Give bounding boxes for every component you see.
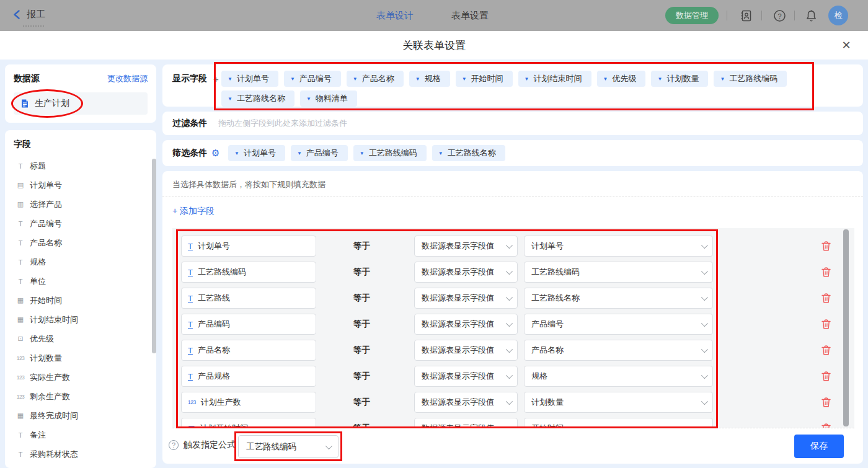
sidebar-scrollbar[interactable] <box>152 159 156 353</box>
rule-value-select[interactable]: 产品名称 <box>524 340 713 361</box>
filter-title: 过滤条件 <box>172 118 207 129</box>
field-type-serial-icon: ▤ <box>14 181 27 189</box>
change-datasource-link[interactable]: 更改数据源 <box>107 73 148 84</box>
delete-row-button[interactable] <box>821 371 832 382</box>
rule-source-select[interactable]: 数据源表显示字段值 <box>414 366 518 387</box>
tab-form-settings[interactable]: 表单设置 <box>451 10 489 22</box>
display-field-chip[interactable]: ▼物料清单 <box>300 91 357 107</box>
save-button[interactable]: 保存 <box>794 435 844 458</box>
sidebar-field-item[interactable]: T备注 <box>14 425 150 444</box>
sidebar-field-item[interactable]: T采购耗材状态 <box>14 444 150 464</box>
rule-field-input[interactable]: 123计划生产数 <box>181 392 316 413</box>
screen-filter-chip[interactable]: ▼工艺路线编码 <box>353 145 427 161</box>
rule-value-select[interactable]: 开始时间 <box>524 418 713 428</box>
sidebar-field-item[interactable]: 123剩余生产数 <box>14 387 150 406</box>
rule-field-input[interactable]: T工艺路线 <box>181 288 316 309</box>
display-field-chip[interactable]: ▼计划单号 <box>221 71 278 87</box>
rule-value-select[interactable]: 工艺路线编码 <box>524 262 713 283</box>
rule-value: 规格 <box>531 371 547 382</box>
display-field-chip[interactable]: ▼计划结束时间 <box>518 71 591 87</box>
sidebar-field-item[interactable]: ⊡优先级 <box>14 329 150 348</box>
tab-form-design[interactable]: 表单设计 <box>376 10 414 22</box>
close-icon[interactable]: ✕ <box>839 38 853 52</box>
rule-value: 工艺路线编码 <box>531 267 580 278</box>
sidebar-field-item[interactable]: ▦最终完成时间 <box>14 406 150 425</box>
sidebar-field-item[interactable]: T标题 <box>14 156 150 175</box>
modal-header: 关联表单设置 ✕ <box>0 31 868 60</box>
rule-field-input[interactable]: T产品规格 <box>181 366 316 387</box>
sidebar-field-label: 计划单号 <box>30 180 62 191</box>
delete-row-button[interactable] <box>821 423 832 428</box>
sidebar-field-item[interactable]: ▦开始时间 <box>14 291 150 310</box>
rule-row: T产品名称等于数据源表显示字段值产品名称 <box>172 340 854 361</box>
rule-field-input[interactable]: T工艺路线编码 <box>181 262 316 283</box>
data-manage-button[interactable]: 数据管理 <box>665 7 719 24</box>
display-field-chip[interactable]: ▼规格 <box>409 71 450 87</box>
gear-icon[interactable]: ⚙ <box>211 148 219 159</box>
add-field-button[interactable]: + 添加字段 <box>172 206 215 217</box>
display-field-chip[interactable]: ▼产品编号 <box>284 71 341 87</box>
chip-label: 工艺路线编码 <box>729 73 777 84</box>
sidebar-field-item[interactable]: T产品名称 <box>14 233 150 252</box>
chip-label: 工艺路线编码 <box>369 148 417 159</box>
rule-value-select[interactable]: 规格 <box>524 366 713 387</box>
avatar[interactable]: 检 <box>828 6 848 25</box>
rule-value-select[interactable]: 计划数量 <box>524 392 713 413</box>
trigger-formula-select[interactable]: 工艺路线编码 <box>238 435 339 458</box>
rule-value-select[interactable]: 计划单号 <box>524 236 713 257</box>
delete-row-button[interactable] <box>821 241 832 252</box>
rule-source-select[interactable]: 数据源表显示字段值 <box>414 314 518 335</box>
contacts-book-icon[interactable] <box>739 9 753 22</box>
rule-source-select[interactable]: 数据源表显示字段值 <box>414 392 518 413</box>
display-field-chip[interactable]: ▼优先级 <box>597 71 646 87</box>
datasource-item[interactable]: 生产计划 <box>14 92 148 115</box>
sidebar-field-item[interactable]: 123计划数量 <box>14 348 150 368</box>
chevron-down-icon <box>701 268 708 275</box>
display-field-chip[interactable]: ▼产品名称 <box>347 71 404 87</box>
rule-source-select[interactable]: 数据源表显示字段值 <box>414 288 518 309</box>
rule-field-input[interactable]: ▦计划开始时间 <box>181 418 316 428</box>
screen-filter-chip[interactable]: ▼产品编号 <box>291 145 348 161</box>
fields-card: 字段 T标题▤计划单号▥选择产品T产品编号T产品名称T规格T单位▦开始时间▦计划… <box>5 130 156 468</box>
datasource-title: 数据源 <box>14 73 40 84</box>
help-icon[interactable]: ? <box>773 9 786 22</box>
rule-field-input[interactable]: T计划单号 <box>181 236 316 257</box>
field-type-select-icon: ▥ <box>14 200 27 208</box>
filter-dropzone[interactable]: 拖动左侧字段到此处来添加过滤条件 <box>218 112 347 135</box>
field-type-date-icon: ▦ <box>14 316 27 324</box>
display-field-chip[interactable]: ▼工艺路线编码 <box>714 71 787 87</box>
display-field-chip[interactable]: ▼计划数量 <box>651 71 708 87</box>
sidebar-field-item[interactable]: T单位 <box>14 272 150 291</box>
rule-source-select[interactable]: 数据源表显示字段值 <box>414 418 518 428</box>
rule-row: T计划单号等于数据源表显示字段值计划单号 <box>172 236 854 257</box>
back-button[interactable]: 报工 <box>12 9 45 20</box>
sidebar-field-item[interactable]: ▥选择产品 <box>14 195 150 214</box>
delete-row-button[interactable] <box>821 397 832 408</box>
sidebar-field-item[interactable]: ▦计划结束时间 <box>14 310 150 329</box>
rule-value-select[interactable]: 工艺路线名称 <box>524 288 713 309</box>
rule-source-value: 数据源表显示字段值 <box>422 319 494 330</box>
add-display-field-button[interactable]: + <box>213 74 219 84</box>
chevron-down-icon: ▼ <box>228 96 232 102</box>
sidebar-field-item[interactable]: T规格 <box>14 252 150 272</box>
rule-row: T工艺路线编码等于数据源表显示字段值工艺路线编码 <box>172 262 854 283</box>
rule-source-select[interactable]: 数据源表显示字段值 <box>414 340 518 361</box>
screen-filter-chip[interactable]: ▼工艺路线名称 <box>432 145 505 161</box>
display-field-chip[interactable]: ▼开始时间 <box>456 71 513 87</box>
rule-field-input[interactable]: T产品编码 <box>181 314 316 335</box>
sidebar-field-item[interactable]: T产品编号 <box>14 214 150 233</box>
sidebar-field-item[interactable]: 123实际生产数 <box>14 368 150 387</box>
delete-row-button[interactable] <box>821 319 832 330</box>
rule-row: T产品编码等于数据源表显示字段值产品编号 <box>172 314 854 335</box>
delete-row-button[interactable] <box>821 345 832 356</box>
rule-source-select[interactable]: 数据源表显示字段值 <box>414 236 518 257</box>
delete-row-button[interactable] <box>821 293 832 304</box>
rule-field-input[interactable]: T产品名称 <box>181 340 316 361</box>
delete-row-button[interactable] <box>821 267 832 278</box>
notification-bell-icon[interactable] <box>804 9 818 22</box>
rule-value-select[interactable]: 产品编号 <box>524 314 713 335</box>
rule-source-select[interactable]: 数据源表显示字段值 <box>414 262 518 283</box>
sidebar-field-item[interactable]: ▤计划单号 <box>14 175 150 195</box>
screen-filter-chip[interactable]: ▼计划单号 <box>228 145 285 161</box>
display-field-chip[interactable]: ▼工艺路线名称 <box>221 91 294 107</box>
